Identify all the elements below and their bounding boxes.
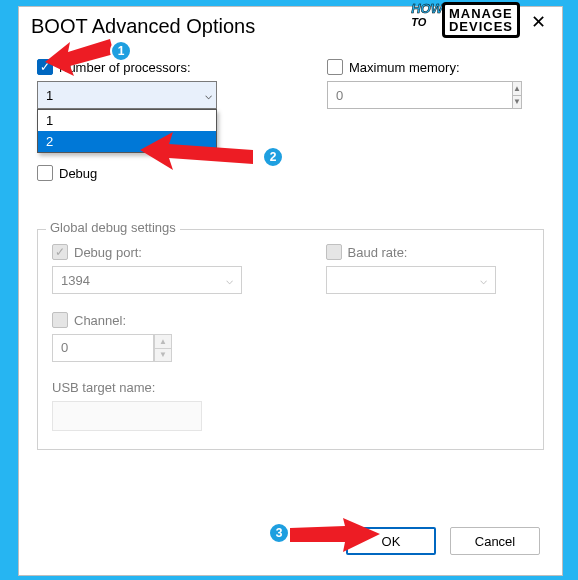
- usb-target-field: [52, 401, 202, 431]
- processor-option-2[interactable]: 2: [38, 131, 216, 152]
- debug-port-label: Debug port:: [74, 245, 142, 260]
- baud-rate-combobox: ⌵: [326, 266, 496, 294]
- ok-button[interactable]: OK: [346, 527, 436, 555]
- dialog-title: BOOT Advanced Options: [31, 15, 255, 38]
- mem-up-icon[interactable]: ▲: [512, 81, 522, 95]
- chan-up-icon: ▲: [154, 334, 172, 348]
- chan-down-icon: ▼: [154, 348, 172, 363]
- max-memory-value[interactable]: [327, 81, 512, 109]
- chevron-down-icon: ⌵: [226, 273, 233, 287]
- dialog-body: Number of processors: 1 ⌵ 1 2 Debug: [19, 47, 562, 575]
- global-debug-group: Global debug settings Debug port: 1394 ⌵…: [37, 229, 544, 450]
- channel-checkbox: [52, 312, 68, 328]
- button-bar: OK Cancel: [346, 527, 540, 555]
- max-memory-checkbox[interactable]: [327, 59, 343, 75]
- num-processors-label: Number of processors:: [59, 60, 191, 75]
- num-processors-dropdown[interactable]: 1 2: [37, 109, 217, 153]
- processor-option-1[interactable]: 1: [38, 110, 216, 131]
- chevron-down-icon: ⌵: [480, 273, 487, 287]
- cancel-button[interactable]: Cancel: [450, 527, 540, 555]
- num-processors-selected: 1: [46, 88, 53, 103]
- channel-value: 0: [52, 334, 154, 362]
- channel-label: Channel:: [74, 313, 126, 328]
- boot-advanced-dialog: BOOT Advanced Options ✕ HOW TO MANAGE DE…: [18, 6, 563, 576]
- max-memory-spin[interactable]: ▲ ▼: [327, 81, 457, 109]
- baud-rate-label: Baud rate:: [348, 245, 408, 260]
- debug-checkbox[interactable]: [37, 165, 53, 181]
- debug-port-combobox: 1394 ⌵: [52, 266, 242, 294]
- baud-rate-checkbox: [326, 244, 342, 260]
- chevron-down-icon: ⌵: [205, 88, 212, 102]
- debug-port-checkbox: [52, 244, 68, 260]
- max-memory-label: Maximum memory:: [349, 60, 460, 75]
- titlebar: BOOT Advanced Options ✕: [19, 7, 562, 47]
- channel-spin: 0 ▲ ▼: [52, 334, 172, 362]
- num-processors-combobox[interactable]: 1 ⌵: [37, 81, 217, 109]
- num-processors-checkbox[interactable]: [37, 59, 53, 75]
- usb-target-label: USB target name:: [52, 380, 256, 395]
- close-icon[interactable]: ✕: [514, 7, 562, 41]
- mem-down-icon[interactable]: ▼: [512, 95, 522, 110]
- global-debug-title: Global debug settings: [46, 220, 180, 235]
- debug-port-value: 1394: [61, 273, 90, 288]
- debug-label: Debug: [59, 166, 97, 181]
